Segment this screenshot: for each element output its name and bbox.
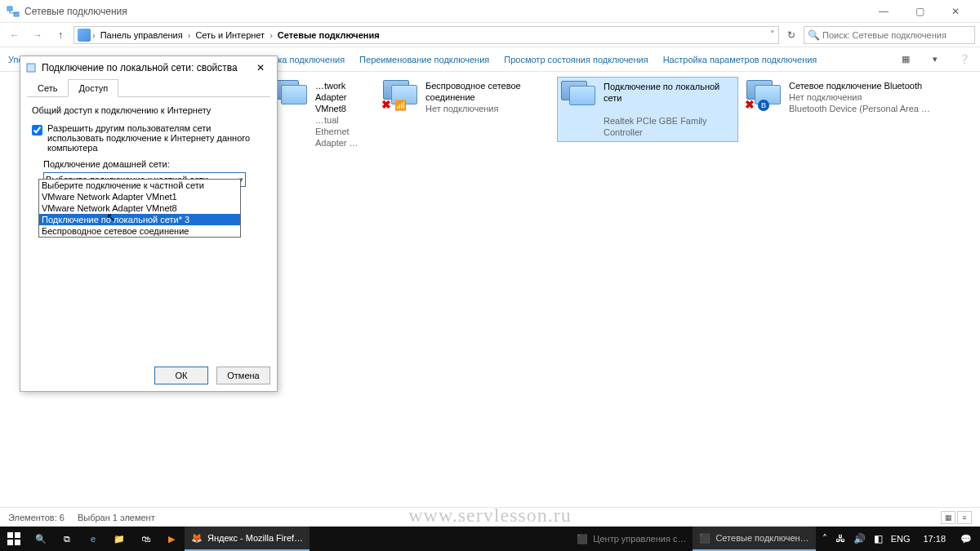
svg-rect-3 — [7, 532, 13, 538]
window-titlebar: Сетевые подключения — ▢ ✕ — [0, 0, 980, 23]
maximize-button[interactable]: ▢ — [902, 0, 938, 23]
search-icon: 🔍 — [808, 29, 819, 41]
bluetooth-icon: B — [758, 100, 769, 111]
svg-rect-2 — [27, 64, 35, 72]
allow-sharing-input[interactable] — [32, 125, 42, 136]
home-connection-dropdown[interactable]: Выберите подключение к частной сети VMwa… — [38, 179, 241, 238]
back-button[interactable]: ← — [5, 25, 24, 45]
dropdown-option[interactable]: VMware Network Adapter VMnet1 — [39, 191, 240, 202]
taskbar-explorer[interactable]: 📁 — [106, 527, 132, 551]
ok-button[interactable]: ОК — [154, 367, 208, 384]
sharing-group-label: Общий доступ к подключению к Интернету — [32, 105, 265, 115]
view-details[interactable]: ≡ — [957, 511, 972, 524]
taskbar-taskview[interactable]: ⧉ — [54, 527, 80, 551]
connection-bluetooth[interactable]: ✖ B Сетевое подключение Bluetooth Нет по… — [743, 77, 935, 118]
close-button[interactable]: ✕ — [938, 0, 973, 23]
adapter-icon — [25, 62, 37, 73]
network-icon — [7, 5, 20, 18]
svg-rect-0 — [7, 7, 12, 11]
tb-settings[interactable]: Настройка параметров подключения — [663, 55, 817, 64]
taskbar: 🔍 ⧉ e 📁 🛍 ▶ 🦊 Яндекс - Mozilla Firef… ⬛Ц… — [0, 527, 980, 551]
tray-app-icon[interactable]: ◧ — [874, 533, 883, 544]
start-button[interactable] — [0, 527, 28, 551]
firefox-icon: 🦊 — [191, 533, 203, 544]
dropdown-option[interactable]: Беспроводное сетевое соединение — [39, 225, 240, 237]
dialog-title: Подключение по локальной сети: свойства — [42, 62, 238, 73]
status-count: Элементов: 6 — [8, 513, 65, 522]
nav-bar: ← → ↑ › Панель управления › Сеть и Интер… — [0, 23, 980, 47]
properties-dialog: Подключение по локальной сети: свойства … — [20, 56, 278, 392]
taskbar-edge[interactable]: e — [80, 527, 106, 551]
system-tray: ˄ 🖧 🔊 ◧ ENG 17:18 💬 — [816, 527, 980, 551]
dropdown-option[interactable]: Выберите подключение к частной сети — [39, 180, 240, 191]
taskbar-search[interactable]: 🔍 — [28, 527, 54, 551]
view-details-button[interactable]: ▾ — [928, 52, 942, 67]
wifi-bars-icon: 📶 — [394, 100, 407, 111]
taskbar-item[interactable]: ⬛Центр управления с… — [570, 527, 693, 551]
bc-control-panel[interactable]: Панель управления — [97, 30, 186, 40]
window-title: Сетевые подключения — [24, 6, 127, 17]
tab-access[interactable]: Доступ — [68, 79, 118, 97]
dialog-close-button[interactable]: ✕ — [249, 60, 272, 76]
connection-vmnet8[interactable]: …twork Adapter VMnet8 …tual Ethernet Ada… — [270, 77, 376, 152]
connection-lan[interactable]: Подключение по локальной сети Realtek PC… — [557, 77, 738, 142]
tab-network[interactable]: Сеть — [27, 79, 68, 97]
taskbar-mediaplayer[interactable]: ▶ — [158, 527, 185, 551]
breadcrumb-chevron-icon[interactable]: ˅ — [770, 29, 775, 40]
refresh-button[interactable]: ↻ — [782, 29, 800, 41]
connection-wireless[interactable]: ✖ 📶 Беспроводное сетевое соединение Нет … — [380, 77, 572, 118]
view-large-icons[interactable]: ▦ — [941, 511, 956, 524]
svg-rect-4 — [15, 532, 20, 538]
status-selected: Выбран 1 элемент — [78, 513, 155, 522]
taskbar-firefox[interactable]: 🦊 Яндекс - Mozilla Firef… — [185, 527, 310, 551]
status-bar: Элементов: 6 Выбран 1 элемент ▦ ≡ — [0, 507, 980, 527]
error-x-icon: ✖ — [745, 98, 755, 111]
tray-volume-icon[interactable]: 🔊 — [853, 533, 866, 544]
svg-rect-6 — [15, 540, 20, 545]
tb-status[interactable]: Просмотр состояния подключения — [504, 55, 648, 64]
forward-button[interactable]: → — [28, 25, 47, 45]
bc-network-internet[interactable]: Сеть и Интернет — [192, 30, 268, 40]
view-icons-button[interactable]: ▦ — [898, 52, 913, 67]
location-icon — [78, 29, 91, 42]
up-button[interactable]: ↑ — [51, 25, 70, 45]
dropdown-option[interactable]: VMware Network Adapter VMnet8 — [39, 202, 240, 214]
home-connection-label: Подключение домашней сети: — [43, 159, 265, 169]
error-x-icon: ✖ — [381, 98, 391, 111]
tray-notifications[interactable]: 💬 — [959, 527, 973, 551]
cancel-button[interactable]: Отмена — [216, 367, 270, 384]
taskbar-netconnections[interactable]: ⬛Сетевые подключен… — [693, 527, 815, 551]
breadcrumb[interactable]: › Панель управления › Сеть и Интернет › … — [74, 26, 779, 44]
tray-chevron-icon[interactable]: ˄ — [822, 533, 827, 544]
search-input[interactable] — [822, 30, 971, 40]
tray-clock[interactable]: 17:18 — [918, 534, 951, 544]
allow-sharing-checkbox[interactable]: Разрешить другим пользователям сети испо… — [32, 123, 265, 153]
bc-connections[interactable]: Сетевые подключения — [274, 30, 383, 40]
tray-network-icon[interactable]: 🖧 — [835, 533, 845, 544]
tray-language[interactable]: ENG — [891, 534, 911, 544]
search-box[interactable]: 🔍 — [804, 26, 975, 44]
svg-rect-5 — [7, 540, 13, 545]
help-button[interactable]: ❔ — [957, 52, 972, 67]
dialog-titlebar[interactable]: Подключение по локальной сети: свойства … — [20, 56, 277, 79]
tb-rename[interactable]: Переименование подключения — [359, 55, 489, 64]
dropdown-option[interactable]: Подключение по локальной сети* 3 — [39, 214, 240, 225]
taskbar-store[interactable]: 🛍 — [132, 527, 158, 551]
minimize-button[interactable]: — — [866, 0, 902, 23]
